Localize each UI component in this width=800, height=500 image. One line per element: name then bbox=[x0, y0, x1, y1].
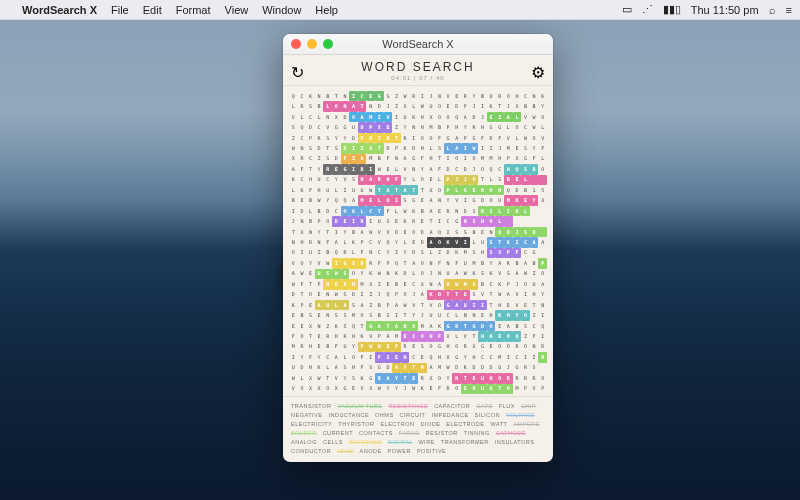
grid-cell[interactable]: V bbox=[332, 373, 341, 383]
grid-cell[interactable]: O bbox=[427, 133, 436, 143]
grid-cell[interactable]: F bbox=[530, 331, 539, 341]
grid-cell[interactable]: T bbox=[323, 227, 332, 237]
grid-cell[interactable]: M bbox=[435, 363, 444, 373]
grid-cell[interactable]: F bbox=[306, 352, 315, 362]
grid-cell[interactable]: N bbox=[487, 373, 496, 383]
grid-cell[interactable]: H bbox=[530, 290, 539, 300]
grid-cell[interactable]: V bbox=[358, 384, 367, 394]
grid-cell[interactable]: X bbox=[332, 112, 341, 122]
grid-cell[interactable]: C bbox=[521, 91, 530, 101]
grid-cell[interactable]: W bbox=[401, 206, 410, 216]
grid-cell[interactable]: B bbox=[478, 258, 487, 268]
grid-cell[interactable]: A bbox=[452, 269, 461, 279]
grid-cell[interactable]: I bbox=[289, 352, 298, 362]
grid-cell[interactable]: O bbox=[521, 279, 530, 289]
grid-cell[interactable]: O bbox=[298, 331, 307, 341]
grid-cell[interactable]: W bbox=[530, 122, 539, 132]
grid-cell[interactable]: F bbox=[358, 342, 367, 352]
grid-cell[interactable]: D bbox=[461, 206, 470, 216]
menu-file[interactable]: File bbox=[111, 4, 129, 16]
grid-cell[interactable]: F bbox=[384, 154, 393, 164]
grid-cell[interactable]: U bbox=[358, 185, 367, 195]
grid-cell[interactable]: M bbox=[487, 154, 496, 164]
grid-cell[interactable]: I bbox=[289, 206, 298, 216]
grid-cell[interactable]: N bbox=[538, 300, 547, 310]
grid-cell[interactable]: B bbox=[504, 175, 513, 185]
grid-cell[interactable]: W bbox=[332, 290, 341, 300]
grid-cell[interactable]: A bbox=[392, 321, 401, 331]
grid-cell[interactable]: Q bbox=[538, 321, 547, 331]
grid-cell[interactable]: R bbox=[358, 216, 367, 226]
grid-cell[interactable]: U bbox=[461, 300, 470, 310]
grid-cell[interactable]: Q bbox=[452, 112, 461, 122]
grid-cell[interactable]: T bbox=[487, 290, 496, 300]
grid-cell[interactable]: A bbox=[461, 112, 470, 122]
grid-cell[interactable]: D bbox=[487, 133, 496, 143]
grid-cell[interactable]: Y bbox=[332, 175, 341, 185]
grid-cell[interactable]: M bbox=[349, 279, 358, 289]
grid-cell[interactable]: L bbox=[409, 101, 418, 111]
grid-cell[interactable]: G bbox=[530, 248, 539, 258]
grid-cell[interactable]: F bbox=[384, 206, 393, 216]
grid-cell[interactable]: K bbox=[487, 269, 496, 279]
grid-cell[interactable]: A bbox=[358, 227, 367, 237]
grid-cell[interactable]: O bbox=[298, 384, 307, 394]
grid-cell[interactable]: E bbox=[384, 279, 393, 289]
grid-cell[interactable]: W bbox=[452, 279, 461, 289]
grid-cell[interactable]: O bbox=[358, 310, 367, 320]
grid-cell[interactable]: F bbox=[298, 164, 307, 174]
grid-cell[interactable]: Y bbox=[487, 258, 496, 268]
grid-cell[interactable]: D bbox=[366, 133, 375, 143]
grid-cell[interactable]: K bbox=[538, 91, 547, 101]
grid-cell[interactable]: D bbox=[315, 143, 324, 153]
grid-cell[interactable]: C bbox=[530, 321, 539, 331]
grid-cell[interactable]: Z bbox=[392, 91, 401, 101]
grid-cell[interactable]: K bbox=[306, 91, 315, 101]
menubar-clock[interactable]: Thu 11:50 pm bbox=[691, 4, 759, 16]
grid-cell[interactable]: W bbox=[289, 143, 298, 153]
grid-cell[interactable]: N bbox=[298, 216, 307, 226]
grid-cell[interactable]: U bbox=[444, 352, 453, 362]
grid-cell[interactable]: O bbox=[444, 112, 453, 122]
grid-cell[interactable]: H bbox=[384, 175, 393, 185]
grid-cell[interactable]: Z bbox=[392, 101, 401, 111]
grid-cell[interactable]: D bbox=[478, 363, 487, 373]
grid-cell[interactable]: H bbox=[306, 175, 315, 185]
grid-cell[interactable]: P bbox=[538, 384, 547, 394]
grid-cell[interactable]: D bbox=[323, 206, 332, 216]
grid-cell[interactable]: S bbox=[530, 363, 539, 373]
grid-cell[interactable]: Z bbox=[530, 269, 539, 279]
grid-cell[interactable]: W bbox=[289, 279, 298, 289]
grid-cell[interactable]: B bbox=[375, 154, 384, 164]
grid-cell[interactable]: S bbox=[341, 269, 350, 279]
grid-cell[interactable]: O bbox=[435, 373, 444, 383]
grid-cell[interactable]: S bbox=[349, 373, 358, 383]
grid-cell[interactable]: D bbox=[504, 227, 513, 237]
grid-cell[interactable]: L bbox=[289, 185, 298, 195]
grid-cell[interactable]: F bbox=[392, 175, 401, 185]
grid-cell[interactable]: G bbox=[444, 300, 453, 310]
grid-cell[interactable]: X bbox=[315, 384, 324, 394]
grid-cell[interactable]: V bbox=[341, 175, 350, 185]
grid-cell[interactable]: I bbox=[349, 164, 358, 174]
grid-cell[interactable]: B bbox=[392, 279, 401, 289]
grid-cell[interactable]: E bbox=[478, 227, 487, 237]
grid-cell[interactable]: T bbox=[306, 164, 315, 174]
grid-cell[interactable]: E bbox=[418, 352, 427, 362]
grid-cell[interactable]: Y bbox=[332, 133, 341, 143]
grid-cell[interactable]: J bbox=[409, 290, 418, 300]
grid-cell[interactable]: Y bbox=[444, 373, 453, 383]
grid-cell[interactable]: K bbox=[513, 195, 522, 205]
grid-cell[interactable]: K bbox=[461, 363, 470, 373]
grid-cell[interactable]: B bbox=[478, 206, 487, 216]
grid-cell[interactable]: G bbox=[478, 342, 487, 352]
grid-cell[interactable]: A bbox=[401, 185, 410, 195]
grid-cell[interactable]: C bbox=[306, 154, 315, 164]
grid-cell[interactable]: M bbox=[358, 195, 367, 205]
grid-cell[interactable]: V bbox=[315, 258, 324, 268]
grid-cell[interactable]: R bbox=[418, 373, 427, 383]
grid-cell[interactable]: B bbox=[323, 91, 332, 101]
grid-cell[interactable]: E bbox=[504, 300, 513, 310]
grid-cell[interactable]: T bbox=[444, 290, 453, 300]
grid-cell[interactable]: V bbox=[452, 237, 461, 247]
